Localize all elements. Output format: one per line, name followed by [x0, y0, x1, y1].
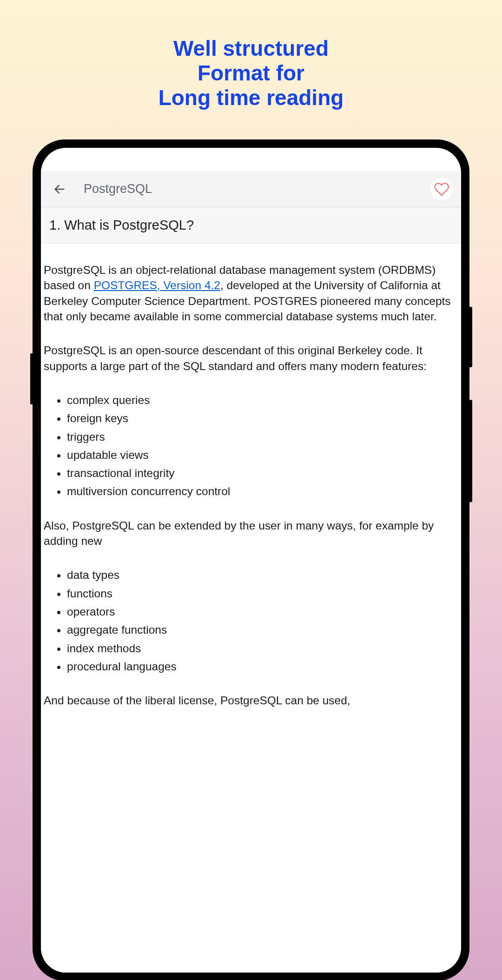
list-item: procedural languages: [67, 659, 458, 674]
list-item: transactional integrity: [67, 465, 458, 481]
phone-button-right-2: [469, 400, 472, 502]
hero-text: Well structured Format for Long time rea…: [0, 0, 502, 133]
hero-line-2: Format for: [0, 61, 502, 86]
section-header: 1. What is PostgreSQL?: [41, 207, 461, 244]
postgres-link[interactable]: POSTGRES, Version 4.2: [94, 279, 220, 291]
hero-line-1: Well structured: [0, 36, 502, 61]
list-item: complex queries: [67, 392, 458, 408]
app-screen: PostgreSQL 1. What is PostgreSQL? Postgr…: [41, 148, 461, 973]
list-item: operators: [67, 604, 458, 619]
list-item: triggers: [67, 429, 458, 444]
extensions-list: data types functions operators aggregate…: [44, 567, 458, 674]
list-item: multiversion concurrency control: [67, 483, 458, 499]
heart-icon: [434, 181, 449, 197]
list-item: index methods: [67, 641, 458, 656]
features-list: complex queries foreign keys triggers up…: [44, 392, 458, 499]
paragraph-3: Also, PostgreSQL can be extended by the …: [44, 518, 458, 549]
list-item: data types: [67, 567, 458, 583]
arrow-left-icon: [53, 183, 66, 196]
phone-inner: PostgreSQL 1. What is PostgreSQL? Postgr…: [41, 148, 461, 973]
favorite-button[interactable]: [429, 177, 454, 201]
list-item: functions: [67, 586, 458, 601]
phone-frame: PostgreSQL 1. What is PostgreSQL? Postgr…: [33, 139, 469, 980]
hero-line-3: Long time reading: [0, 86, 502, 110]
list-item: aggregate functions: [67, 622, 458, 637]
list-item: updatable views: [67, 447, 458, 463]
app-title: PostgreSQL: [84, 182, 429, 196]
phone-button-right-1: [469, 307, 472, 367]
section-title: 1. What is PostgreSQL?: [49, 218, 453, 233]
paragraph-4: And because of the liberal license, Post…: [44, 693, 458, 708]
list-item: foreign keys: [67, 411, 458, 426]
paragraph-2: PostgreSQL is an open-source descendant …: [44, 343, 458, 374]
paragraph-1: PostgreSQL is an object-relational datab…: [44, 262, 458, 324]
content-area[interactable]: PostgreSQL is an object-relational datab…: [41, 244, 461, 973]
app-bar: PostgreSQL: [41, 171, 461, 207]
back-button[interactable]: [48, 178, 71, 200]
phone-button-left: [30, 353, 33, 404]
